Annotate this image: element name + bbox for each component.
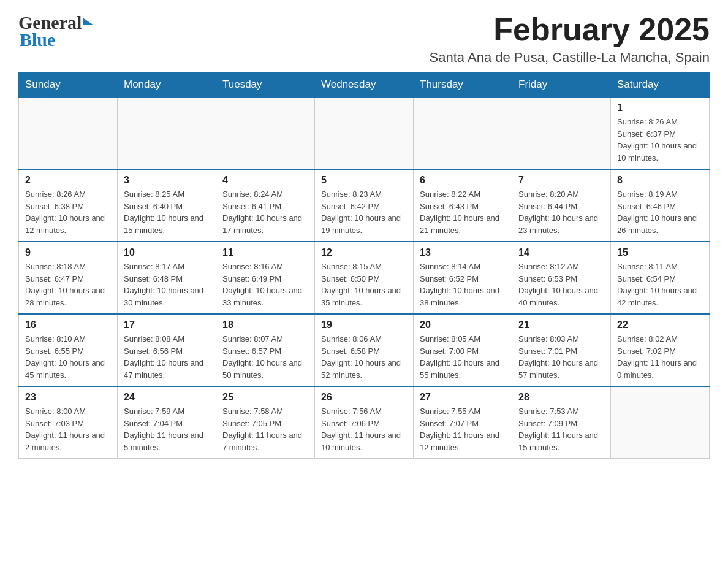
calendar-week-row: 1Sunrise: 8:26 AM Sunset: 6:37 PM Daylig… <box>19 98 710 170</box>
calendar-cell <box>512 98 611 170</box>
page-header: General Blue February 2025 Santa Ana de … <box>18 12 710 66</box>
calendar-week-row: 16Sunrise: 8:10 AM Sunset: 6:55 PM Dayli… <box>19 314 710 386</box>
calendar-cell: 17Sunrise: 8:08 AM Sunset: 6:56 PM Dayli… <box>118 314 216 386</box>
day-number: 5 <box>321 175 407 186</box>
calendar-cell: 1Sunrise: 8:26 AM Sunset: 6:37 PM Daylig… <box>611 98 710 170</box>
day-number: 16 <box>25 320 111 331</box>
calendar-cell <box>19 98 118 170</box>
calendar-week-row: 2Sunrise: 8:26 AM Sunset: 6:38 PM Daylig… <box>19 169 710 242</box>
calendar-cell: 3Sunrise: 8:25 AM Sunset: 6:40 PM Daylig… <box>118 169 216 242</box>
location-subtitle: Santa Ana de Pusa, Castille-La Mancha, S… <box>430 50 710 66</box>
calendar-cell: 20Sunrise: 8:05 AM Sunset: 7:00 PM Dayli… <box>414 314 512 386</box>
calendar-cell: 4Sunrise: 8:24 AM Sunset: 6:41 PM Daylig… <box>216 169 315 242</box>
day-number: 21 <box>518 320 604 331</box>
day-number: 17 <box>124 320 210 331</box>
logo-blue-text: Blue <box>20 29 55 50</box>
sun-info: Sunrise: 8:05 AM Sunset: 7:00 PM Dayligh… <box>420 333 506 381</box>
sun-info: Sunrise: 8:08 AM Sunset: 6:56 PM Dayligh… <box>124 333 210 381</box>
sun-info: Sunrise: 8:25 AM Sunset: 6:40 PM Dayligh… <box>124 188 210 236</box>
header-sunday: Sunday <box>19 72 118 98</box>
day-number: 8 <box>617 175 703 186</box>
header-tuesday: Tuesday <box>216 72 315 98</box>
sun-info: Sunrise: 7:59 AM Sunset: 7:04 PM Dayligh… <box>124 405 210 453</box>
calendar-cell: 24Sunrise: 7:59 AM Sunset: 7:04 PM Dayli… <box>118 386 216 459</box>
calendar-cell: 21Sunrise: 8:03 AM Sunset: 7:01 PM Dayli… <box>512 314 611 386</box>
calendar-body: 1Sunrise: 8:26 AM Sunset: 6:37 PM Daylig… <box>19 98 710 459</box>
sun-info: Sunrise: 8:26 AM Sunset: 6:38 PM Dayligh… <box>25 188 111 236</box>
calendar-cell: 23Sunrise: 8:00 AM Sunset: 7:03 PM Dayli… <box>19 386 118 459</box>
day-number: 19 <box>321 320 407 331</box>
sun-info: Sunrise: 8:14 AM Sunset: 6:52 PM Dayligh… <box>420 261 506 308</box>
day-number: 26 <box>321 392 407 403</box>
sun-info: Sunrise: 8:19 AM Sunset: 6:46 PM Dayligh… <box>617 188 703 236</box>
sun-info: Sunrise: 8:26 AM Sunset: 6:37 PM Dayligh… <box>617 116 703 164</box>
header-monday: Monday <box>118 72 216 98</box>
calendar-cell: 13Sunrise: 8:14 AM Sunset: 6:52 PM Dayli… <box>414 242 512 314</box>
calendar-cell <box>118 98 216 170</box>
calendar-week-row: 23Sunrise: 8:00 AM Sunset: 7:03 PM Dayli… <box>19 386 710 459</box>
day-number: 10 <box>124 247 210 258</box>
day-number: 7 <box>518 175 604 186</box>
day-number: 27 <box>420 392 506 403</box>
calendar-cell: 26Sunrise: 7:56 AM Sunset: 7:06 PM Dayli… <box>315 386 414 459</box>
header-friday: Friday <box>512 72 611 98</box>
day-number: 20 <box>420 320 506 331</box>
day-number: 23 <box>25 392 111 403</box>
sun-info: Sunrise: 8:11 AM Sunset: 6:54 PM Dayligh… <box>617 261 703 308</box>
header-saturday: Saturday <box>611 72 710 98</box>
title-section: February 2025 Santa Ana de Pusa, Castill… <box>430 12 710 66</box>
calendar-cell <box>315 98 414 170</box>
sun-info: Sunrise: 7:53 AM Sunset: 7:09 PM Dayligh… <box>518 405 604 453</box>
calendar-cell: 14Sunrise: 8:12 AM Sunset: 6:53 PM Dayli… <box>512 242 611 314</box>
calendar-cell: 15Sunrise: 8:11 AM Sunset: 6:54 PM Dayli… <box>611 242 710 314</box>
calendar-week-row: 9Sunrise: 8:18 AM Sunset: 6:47 PM Daylig… <box>19 242 710 314</box>
calendar-cell: 19Sunrise: 8:06 AM Sunset: 6:58 PM Dayli… <box>315 314 414 386</box>
calendar-cell <box>414 98 512 170</box>
day-number: 15 <box>617 247 703 258</box>
day-number: 4 <box>222 175 308 186</box>
day-number: 13 <box>420 247 506 258</box>
calendar-cell: 12Sunrise: 8:15 AM Sunset: 6:50 PM Dayli… <box>315 242 414 314</box>
calendar-table: Sunday Monday Tuesday Wednesday Thursday… <box>18 72 710 459</box>
header-thursday: Thursday <box>414 72 512 98</box>
calendar-cell: 25Sunrise: 7:58 AM Sunset: 7:05 PM Dayli… <box>216 386 315 459</box>
calendar-cell: 6Sunrise: 8:22 AM Sunset: 6:43 PM Daylig… <box>414 169 512 242</box>
sun-info: Sunrise: 8:23 AM Sunset: 6:42 PM Dayligh… <box>321 188 407 236</box>
sun-info: Sunrise: 8:15 AM Sunset: 6:50 PM Dayligh… <box>321 261 407 308</box>
logo-arrow-icon <box>83 18 94 25</box>
calendar-header: Sunday Monday Tuesday Wednesday Thursday… <box>19 72 710 98</box>
calendar-cell: 7Sunrise: 8:20 AM Sunset: 6:44 PM Daylig… <box>512 169 611 242</box>
sun-info: Sunrise: 7:56 AM Sunset: 7:06 PM Dayligh… <box>321 405 407 453</box>
sun-info: Sunrise: 8:16 AM Sunset: 6:49 PM Dayligh… <box>222 261 308 308</box>
calendar-cell: 22Sunrise: 8:02 AM Sunset: 7:02 PM Dayli… <box>611 314 710 386</box>
sun-info: Sunrise: 8:18 AM Sunset: 6:47 PM Dayligh… <box>25 261 111 308</box>
calendar-cell: 10Sunrise: 8:17 AM Sunset: 6:48 PM Dayli… <box>118 242 216 314</box>
weekday-header-row: Sunday Monday Tuesday Wednesday Thursday… <box>19 72 710 98</box>
calendar-cell: 2Sunrise: 8:26 AM Sunset: 6:38 PM Daylig… <box>19 169 118 242</box>
sun-info: Sunrise: 7:55 AM Sunset: 7:07 PM Dayligh… <box>420 405 506 453</box>
day-number: 18 <box>222 320 308 331</box>
calendar-cell: 9Sunrise: 8:18 AM Sunset: 6:47 PM Daylig… <box>19 242 118 314</box>
month-title: February 2025 <box>430 12 710 47</box>
calendar-cell: 5Sunrise: 8:23 AM Sunset: 6:42 PM Daylig… <box>315 169 414 242</box>
calendar-cell: 27Sunrise: 7:55 AM Sunset: 7:07 PM Dayli… <box>414 386 512 459</box>
day-number: 1 <box>617 102 703 113</box>
sun-info: Sunrise: 8:17 AM Sunset: 6:48 PM Dayligh… <box>124 261 210 308</box>
day-number: 11 <box>222 247 308 258</box>
day-number: 3 <box>124 175 210 186</box>
header-wednesday: Wednesday <box>315 72 414 98</box>
sun-info: Sunrise: 8:12 AM Sunset: 6:53 PM Dayligh… <box>518 261 604 308</box>
sun-info: Sunrise: 8:03 AM Sunset: 7:01 PM Dayligh… <box>518 333 604 381</box>
day-number: 25 <box>222 392 308 403</box>
calendar-cell <box>611 386 710 459</box>
day-number: 9 <box>25 247 111 258</box>
sun-info: Sunrise: 8:02 AM Sunset: 7:02 PM Dayligh… <box>617 333 703 381</box>
day-number: 6 <box>420 175 506 186</box>
day-number: 12 <box>321 247 407 258</box>
calendar-cell: 16Sunrise: 8:10 AM Sunset: 6:55 PM Dayli… <box>19 314 118 386</box>
sun-info: Sunrise: 8:10 AM Sunset: 6:55 PM Dayligh… <box>25 333 111 381</box>
day-number: 14 <box>518 247 604 258</box>
sun-info: Sunrise: 7:58 AM Sunset: 7:05 PM Dayligh… <box>222 405 308 453</box>
sun-info: Sunrise: 8:24 AM Sunset: 6:41 PM Dayligh… <box>222 188 308 236</box>
calendar-cell: 18Sunrise: 8:07 AM Sunset: 6:57 PM Dayli… <box>216 314 315 386</box>
